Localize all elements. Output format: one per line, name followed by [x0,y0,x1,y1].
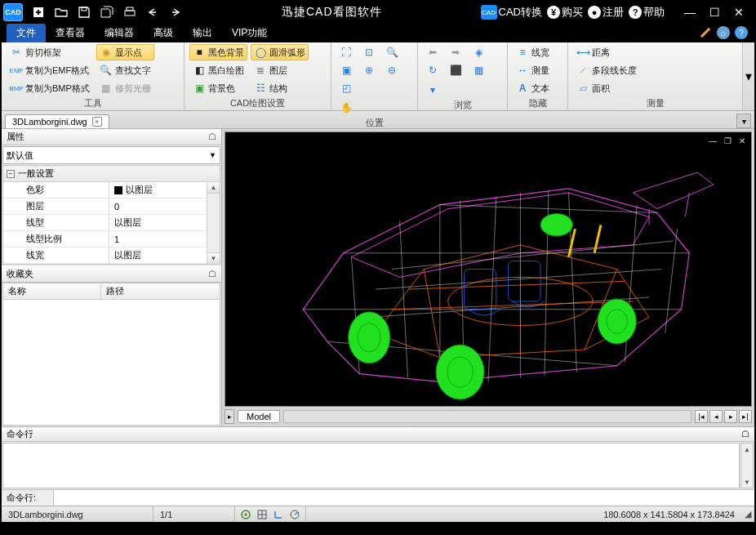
view-iso-icon[interactable]: ◈ [469,44,488,60]
drawing-viewport[interactable]: — ❐ ✕ [225,132,752,407]
home-icon[interactable]: ⌂ [717,26,730,39]
doc-tabs-menu-icon[interactable]: ▾ [736,114,751,128]
tab-viewer[interactable]: 查看器 [46,24,95,42]
about-icon[interactable]: ? [735,26,748,39]
copy-emf-button[interactable]: EMF复制为EMF格式 [7,62,93,78]
copy-bmp-button[interactable]: BMP复制为BMP格式 [7,80,93,96]
doc-tab-active[interactable]: 3DLamborgini.dwg × [5,114,109,128]
status-ortho-icon[interactable] [273,509,284,520]
color-swatch [114,186,122,194]
status-resize-grip-icon[interactable]: ◢ [741,509,754,519]
svg-marker-8 [633,172,714,208]
line-width-button[interactable]: ≡线宽 [513,44,553,60]
default-value-dropdown[interactable]: 默认值 ▼ [2,146,220,164]
status-grid-icon[interactable] [256,509,268,520]
zoom-scale-icon[interactable]: ⊖ [382,62,402,78]
svg-point-16 [349,312,390,363]
svg-point-19 [540,214,572,237]
view-top-icon[interactable]: ⬛ [446,62,465,78]
command-history[interactable] [2,443,740,488]
register-button[interactable]: ●注册 [588,5,624,20]
orbit-icon[interactable]: ↻ [423,62,442,78]
pan-icon[interactable]: ✋ [336,100,356,116]
status-filename: 3DLamborgini.dwg [2,506,153,522]
status-bar: 3DLamborgini.dwg 1/1 180.6008 x 141.5804… [2,506,754,522]
minimize-button[interactable]: — [678,2,702,22]
buy-button[interactable]: ¥购买 [547,5,583,20]
viewport-minimize-icon[interactable]: — [706,135,719,146]
status-snap-icon[interactable] [240,509,251,520]
tab-advanced[interactable]: 高级 [144,24,183,42]
cad-convert-button[interactable]: CADCAD转换 [481,5,542,20]
tab-vip[interactable]: VIP功能 [222,24,277,42]
new-file-icon[interactable] [31,5,46,20]
polyline-length-button[interactable]: ⟋多段线长度 [573,62,640,78]
close-tab-icon[interactable]: × [92,117,102,127]
save-all-icon[interactable] [100,5,114,20]
status-polar-icon[interactable] [289,509,300,520]
pin-icon[interactable]: ☖ [741,429,749,439]
pin-icon[interactable]: ☖ [208,132,216,142]
command-scrollbar[interactable]: ▲▼ [740,443,754,488]
smooth-arc-button[interactable]: ◯圆滑弧形 [251,44,309,60]
favorites-col-path[interactable]: 路径 [101,283,220,299]
distance-button[interactable]: ⟷距离 [573,44,640,60]
tab-file[interactable]: 文件 [7,24,46,42]
structure-button[interactable]: ☷结构 [251,80,309,96]
zoom-prev-icon[interactable]: ◰ [336,80,356,96]
tab-nav-next-icon[interactable]: ▸ [724,410,737,423]
svg-point-18 [598,299,636,344]
viewport-close-icon[interactable]: ✕ [736,135,749,146]
svg-line-15 [594,225,601,252]
svg-rect-13 [509,261,540,301]
svg-line-29 [295,512,298,515]
zoom-out-icon[interactable]: 🔍 [382,44,402,60]
command-input[interactable] [54,490,754,506]
favorites-col-name[interactable]: 名称 [3,283,101,299]
close-button[interactable]: ✕ [727,2,751,22]
command-panel-title: 命令行 [7,428,33,440]
view-more-icon[interactable]: ▾ [423,82,442,98]
maximize-button[interactable]: ☐ [702,2,727,22]
pen-icon[interactable] [699,25,712,41]
collapse-icon[interactable]: − [7,170,15,178]
zoom-in-icon[interactable]: ⊕ [359,62,379,78]
property-row: 线型比例1 [3,231,207,247]
model-tab-scrollbar[interactable] [283,410,692,423]
property-category[interactable]: − 一般设置 [3,166,220,182]
property-row: 图层0 [3,198,207,215]
tab-nav-prev-icon[interactable]: ◂ [709,410,723,423]
layer-button[interactable]: ≣图层 [251,62,309,78]
undo-icon[interactable] [145,5,160,20]
redo-icon[interactable] [168,5,183,20]
group-position-label: 位置 [336,116,412,130]
area-button[interactable]: ▱面积 [573,80,640,96]
tab-nav-last-icon[interactable]: ▸| [739,410,752,423]
tab-nav-first-icon[interactable]: |◂ [695,410,708,423]
bw-draw-button[interactable]: ◧黑白绘图 [189,62,247,78]
print-icon[interactable] [122,5,137,20]
show-point-button[interactable]: ◉显示点 [96,44,154,60]
black-bg-button[interactable]: ■黑色背景 [189,44,247,60]
app-title: 迅捷CAD看图软件 [183,5,481,20]
model-tab[interactable]: Model [238,410,280,423]
tab-output[interactable]: 输出 [183,24,222,42]
text-button[interactable]: A文本 [513,80,553,96]
model-tab-lead-icon[interactable]: ▸ [225,409,234,424]
ribbon-collapse-icon[interactable]: ▾ [743,42,754,110]
clip-frame-button[interactable]: ✂剪切框架 [7,44,93,60]
zoom-extents-icon[interactable]: ⛶ [336,44,356,60]
bg-color-button[interactable]: ▣背景色 [189,80,247,96]
open-folder-icon[interactable] [54,5,69,20]
tab-editor[interactable]: 编辑器 [95,24,144,42]
zoom-window-icon[interactable]: ▣ [336,62,356,78]
zoom-fit-icon[interactable]: ⊡ [359,44,379,60]
property-scrollbar[interactable]: ▲▼ [207,182,220,264]
viewport-restore-icon[interactable]: ❐ [721,135,734,146]
help-button[interactable]: ?帮助 [629,5,665,20]
save-icon[interactable] [77,5,91,20]
measure-toggle-button[interactable]: ↔测量 [513,62,553,78]
view-3d-icon[interactable]: ▦ [469,62,488,78]
pin-icon[interactable]: ☖ [208,269,216,279]
find-text-button[interactable]: 🔍查找文字 [96,62,154,78]
